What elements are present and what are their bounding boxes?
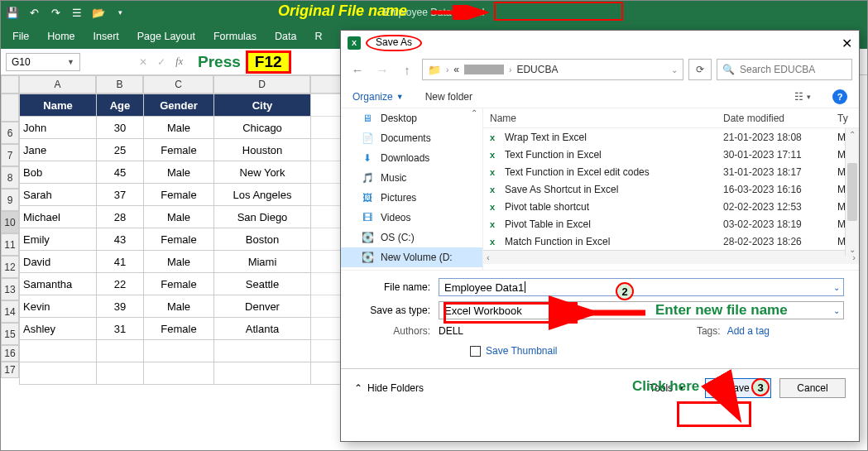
cell[interactable] [97,340,144,362]
filename-dropdown-icon[interactable]: ⌄ [833,283,840,292]
up-icon[interactable]: ↑ [397,60,417,79]
savetype-dropdown-icon[interactable]: ⌄ [833,306,840,315]
name-box[interactable]: G10 ▼ [6,53,80,71]
cell[interactable] [311,340,344,362]
save-icon[interactable]: 💾 [6,6,19,19]
cell[interactable] [311,161,344,184]
cell[interactable]: Houston [214,139,311,161]
row-head-13[interactable]: 13 [1,278,19,300]
cell[interactable]: New York [214,161,311,184]
cell[interactable]: Female [144,273,214,295]
row-head-14[interactable]: 14 [1,300,19,323]
col-head-c[interactable]: C [143,75,213,94]
cell[interactable]: Seattle [214,273,311,295]
nav-new-volume[interactable]: 💽New Volume (D: [341,247,482,267]
tab-page-layout[interactable]: Page Layout [137,31,195,42]
cell[interactable]: Male [144,251,214,273]
file-row[interactable]: xSave As Shortcut in Excel16-03-2023 16:… [483,180,859,198]
cell[interactable]: Jane [20,139,97,161]
hdr-gender[interactable]: Gender [144,94,214,117]
cell[interactable]: Bob [20,161,97,184]
col-type[interactable]: Ty [837,113,859,124]
tools-button[interactable]: Tools ▼ [650,382,685,394]
open-icon[interactable]: 📂 [92,6,105,19]
col-head-b[interactable]: B [96,75,143,94]
cell[interactable]: Los Angeles [214,184,311,206]
row-head-17[interactable]: 17 [1,362,19,378]
col-head-a[interactable]: A [19,75,96,94]
cell[interactable]: 43 [97,228,144,251]
cell[interactable]: Ashley [20,318,97,340]
cell[interactable]: Boston [214,228,311,251]
cancel-formula-icon[interactable]: ✕ [139,56,147,68]
cell[interactable] [311,184,344,206]
authors-value[interactable]: DELL [439,325,604,337]
cell[interactable]: Samantha [20,273,97,295]
cell[interactable] [311,117,344,139]
cell[interactable] [214,362,311,385]
col-head-e[interactable] [310,75,343,94]
filename-input[interactable]: Employee Data1 ⌄ [439,278,844,296]
row-head-12[interactable]: 12 [1,256,19,278]
cell[interactable]: Male [144,206,214,228]
touch-mode-icon[interactable]: ☰ [70,6,84,19]
redo-icon[interactable]: ↷ [49,6,62,19]
dialog-title-bar[interactable]: X Save As ✕ [341,31,859,55]
tab-review-cut[interactable]: R [314,31,322,42]
cell[interactable] [214,340,311,362]
col-date[interactable]: Date modified [723,113,837,124]
row-head-blank[interactable] [1,94,19,122]
nav-pictures[interactable]: 🖼Pictures [341,188,482,208]
nav-documents[interactable]: 📄Documents [341,128,482,148]
cell[interactable]: Michael [20,206,97,228]
cell[interactable]: Denver [214,295,311,318]
tab-insert[interactable]: Insert [94,31,119,42]
file-list-pane[interactable]: Name Date modified Ty xWrap Text in Exce… [483,108,859,270]
search-input[interactable]: 🔍 Search EDUCBA [717,59,852,80]
file-list-header[interactable]: Name Date modified Ty [483,108,859,128]
nav-desktop[interactable]: 🖥Desktop [341,108,482,128]
nav-scroll-up-icon[interactable]: ⌃ [468,108,481,118]
undo-icon[interactable]: ↶ [27,6,41,19]
hdr-name[interactable]: Name [20,94,97,117]
row-head-7[interactable]: 7 [1,144,19,166]
hide-folders-button[interactable]: ⌃Hide Folders [354,382,424,394]
cell[interactable] [311,206,344,228]
cell[interactable]: 30 [97,117,144,139]
cell[interactable]: Sarah [20,184,97,206]
cell[interactable]: Male [144,117,214,139]
cell[interactable] [311,251,344,273]
new-folder-button[interactable]: New folder [425,91,472,103]
cell[interactable]: Female [144,139,214,161]
enter-formula-icon[interactable]: ✓ [157,56,165,68]
row-head-9[interactable]: 9 [1,189,19,211]
horizontal-scrollbar[interactable]: ‹› [483,250,859,264]
help-icon[interactable]: ? [832,89,847,104]
row-head-15[interactable]: 15 [1,323,19,345]
savetype-select[interactable]: Excel Workbook ⌄ [439,301,844,319]
file-row[interactable]: xText Function in Excel30-01-2023 17:11M [483,146,859,163]
file-row[interactable]: xPivot table shortcut02-02-2023 12:53M [483,198,859,215]
data-table[interactable]: Name Age Gender City John30MaleChicago J… [19,94,344,385]
qat-dropdown-icon[interactable]: ▾ [113,6,127,19]
cell[interactable]: Atlanta [214,318,311,340]
cell[interactable]: Emily [20,228,97,251]
col-head-d[interactable]: D [213,75,310,94]
forward-icon[interactable]: → [372,60,392,79]
cell[interactable] [144,362,214,385]
row-head-8[interactable]: 8 [1,166,19,189]
tags-value[interactable]: Add a tag [727,325,770,337]
close-icon[interactable]: ✕ [842,36,852,51]
cell[interactable]: Female [144,318,214,340]
cancel-button[interactable]: Cancel [779,378,846,398]
row-head-6[interactable]: 6 [1,122,19,144]
cell[interactable]: Male [144,161,214,184]
file-row[interactable]: xText Function in Excel edit codes31-01-… [483,163,859,180]
cell[interactable]: 22 [97,273,144,295]
tab-formulas[interactable]: Formulas [213,31,257,42]
hdr-city[interactable]: City [214,94,311,117]
tab-data[interactable]: Data [275,31,296,42]
scrollbar-thumb[interactable] [847,163,857,221]
cell[interactable]: Chicago [214,117,311,139]
cell[interactable] [20,340,97,362]
